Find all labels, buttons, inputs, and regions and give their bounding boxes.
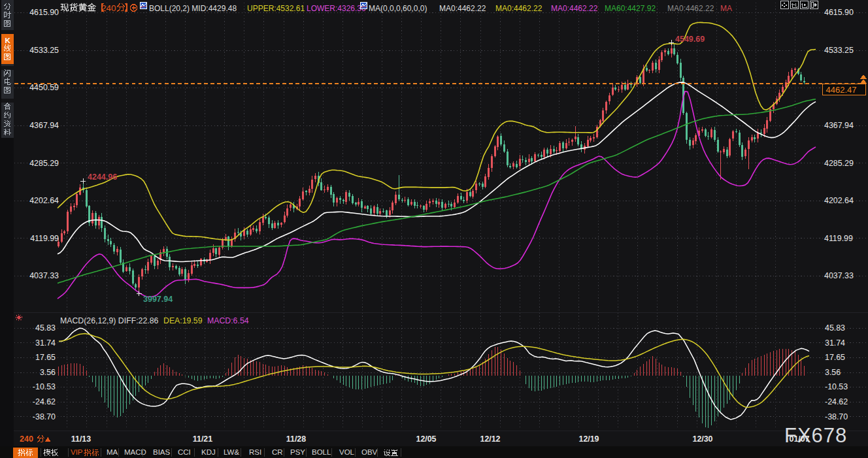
- svg-text:4367.94: 4367.94: [824, 121, 854, 130]
- svg-text:4549.69: 4549.69: [675, 35, 705, 44]
- svg-text:4202.64: 4202.64: [824, 196, 854, 205]
- svg-text:4533.25: 4533.25: [824, 46, 854, 55]
- svg-text:-24.62: -24.62: [825, 397, 848, 406]
- svg-text:-10.53: -10.53: [33, 382, 56, 391]
- svg-text:4450.59: 4450.59: [29, 83, 59, 92]
- svg-text:PSY: PSY: [290, 448, 305, 456]
- svg-text:-38.70: -38.70: [825, 412, 848, 421]
- svg-text:DEA:19.59: DEA:19.59: [163, 316, 203, 325]
- svg-text:12/30: 12/30: [692, 434, 712, 444]
- svg-text:4037.33: 4037.33: [824, 271, 854, 280]
- svg-text:31.74: 31.74: [35, 338, 56, 348]
- svg-text:LW&: LW&: [224, 448, 239, 456]
- svg-text:45.83: 45.83: [35, 323, 56, 333]
- svg-text:MACD(26,12,9) DIFF:22.86: MACD(26,12,9) DIFF:22.86: [60, 316, 159, 325]
- svg-text:11/28: 11/28: [286, 434, 306, 444]
- svg-text:-24.62: -24.62: [33, 397, 56, 406]
- svg-text:4037.33: 4037.33: [29, 271, 59, 280]
- svg-text:17.65: 17.65: [35, 353, 56, 362]
- svg-text:RSI: RSI: [249, 448, 261, 456]
- svg-text:4119.99: 4119.99: [30, 234, 59, 243]
- svg-text:12/12: 12/12: [480, 434, 500, 444]
- svg-text:MA60:4427.92: MA60:4427.92: [605, 4, 656, 13]
- svg-text:4285.29: 4285.29: [824, 159, 854, 168]
- svg-text:-38.70: -38.70: [33, 412, 56, 421]
- svg-text:3.56: 3.56: [825, 368, 841, 377]
- svg-text:MA(0,0,0,60,0,0): MA(0,0,0,60,0,0): [369, 4, 427, 13]
- svg-text:MA0:4462.22: MA0:4462.22: [551, 4, 598, 13]
- svg-text:BOLL(20,2) MID:4429.48: BOLL(20,2) MID:4429.48: [149, 4, 237, 13]
- svg-text:MA0:4462.22: MA0:4462.22: [495, 4, 542, 13]
- svg-text:240: 240: [20, 434, 33, 444]
- svg-text:UPPER:4532.61: UPPER:4532.61: [247, 4, 305, 13]
- svg-text:01/07: 01/07: [789, 434, 809, 444]
- svg-text:4285.29: 4285.29: [29, 159, 59, 168]
- svg-text:31.74: 31.74: [825, 338, 845, 348]
- svg-text:BOLL: BOLL: [312, 448, 331, 456]
- svg-text:LOWER:4326.36: LOWER:4326.36: [307, 4, 366, 13]
- svg-text:12/05: 12/05: [416, 434, 436, 444]
- svg-text:4533.25: 4533.25: [29, 46, 59, 55]
- svg-text:OBV: OBV: [361, 448, 378, 456]
- svg-text:11/13: 11/13: [71, 434, 91, 444]
- svg-text:240: 240: [101, 3, 116, 13]
- svg-text:VIP: VIP: [71, 448, 83, 456]
- svg-text:4202.64: 4202.64: [29, 196, 59, 205]
- svg-text:4119.99: 4119.99: [824, 234, 853, 243]
- svg-text:KDJ: KDJ: [201, 448, 216, 456]
- svg-text:4462.47: 4462.47: [826, 85, 857, 95]
- svg-text:MA: MA: [107, 448, 118, 456]
- svg-text:45.83: 45.83: [825, 323, 845, 333]
- svg-text:12/19: 12/19: [578, 434, 599, 444]
- svg-text:-10.53: -10.53: [825, 382, 848, 391]
- svg-text:4244.96: 4244.96: [88, 172, 117, 182]
- svg-text:MA0:4462.22: MA0:4462.22: [667, 4, 714, 13]
- svg-text:3997.94: 3997.94: [143, 295, 173, 304]
- svg-text:4367.94: 4367.94: [29, 121, 59, 130]
- svg-text:11/21: 11/21: [193, 434, 212, 444]
- svg-text:MA: MA: [720, 4, 732, 13]
- svg-text:K: K: [5, 37, 11, 44]
- svg-text:17.65: 17.65: [825, 353, 845, 362]
- svg-text:CCI: CCI: [178, 448, 191, 456]
- svg-text:MACD:6.54: MACD:6.54: [207, 316, 249, 325]
- svg-text:4615.90: 4615.90: [824, 8, 854, 17]
- svg-text:4615.90: 4615.90: [29, 8, 59, 17]
- svg-text:BIAS: BIAS: [153, 448, 171, 456]
- svg-text:VOL: VOL: [339, 448, 355, 456]
- svg-text:CR: CR: [272, 448, 283, 456]
- svg-text:3.56: 3.56: [40, 368, 56, 377]
- svg-text:MA0:4462.22: MA0:4462.22: [439, 4, 486, 13]
